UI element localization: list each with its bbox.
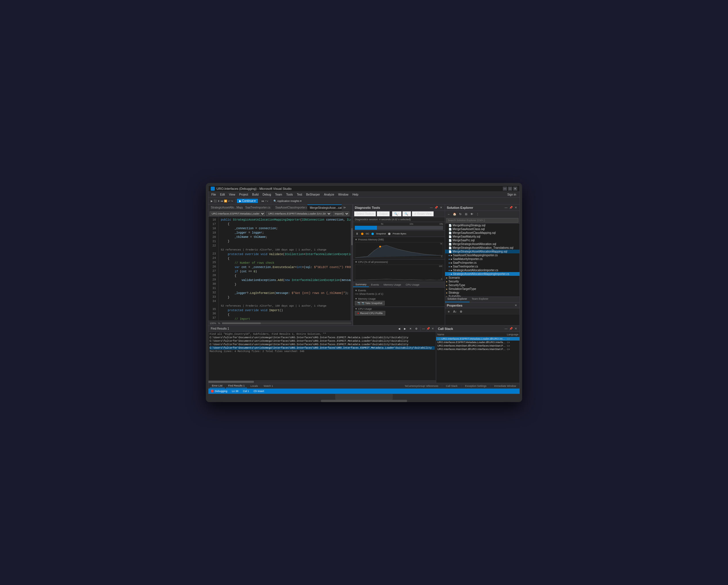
output-button[interactable]: Output [377, 211, 390, 216]
take-snapshot-button[interactable]: 📷 📷 Take Snapshot [355, 301, 385, 305]
fr-prev-button[interactable]: ◀ [396, 326, 402, 331]
se-item-merge-strategic[interactable]: 📄 MergeStrategicAssetAllocation.sql [445, 242, 520, 246]
maximize-button[interactable]: □ [508, 187, 512, 191]
props-alphabetical-button[interactable]: A↕ [452, 309, 458, 314]
cs-item-1[interactable]: URO.Interfaces.ESPRIT.Metadata.Loader.dl… [436, 340, 520, 344]
cs-item-2[interactable]: URO.Interfaces.MainStart.dll!URO.Interfa… [436, 344, 520, 348]
menu-file[interactable]: File [210, 193, 218, 197]
se-item-suitability[interactable]: ▸ Suitability [445, 295, 520, 297]
fr-next-button[interactable]: ▶ [402, 326, 408, 331]
se-show-all-button[interactable]: 👁 [469, 211, 474, 217]
diag-tab-memory[interactable]: Memory Usage [381, 283, 404, 287]
se-home-button[interactable]: 🏠 [452, 211, 457, 217]
btab-locals[interactable]: Locals [248, 384, 260, 388]
fr-result-3-highlighted[interactable]: C:\Users\faltorfer\Documents\unriskomega… [210, 346, 435, 350]
horizontal-scroll[interactable] [222, 323, 352, 324]
se-item-merge-translations[interactable]: 📄 MergeStrategicAssetAllocation_Translat… [445, 246, 520, 250]
show-events-item[interactable]: ⟹ Show Events (1 of 1) [355, 292, 443, 296]
record-cpu-button[interactable]: ● Record CPU Profile [355, 311, 385, 315]
cs-item-0[interactable]: ⟹ URO.Interfaces.ESPRIT.Metadata.Loader.… [436, 337, 520, 340]
se-item-merge-missing[interactable]: 📄 MergeMissingStrategy.sql [445, 224, 520, 227]
diag-tab-cpu[interactable]: CPU Usage [404, 283, 422, 287]
fr-result-1[interactable]: C:\Users\faltorfer\Documents\unriskomega… [210, 339, 435, 343]
se-item-merge-saa-asset[interactable]: 📄 MergeSaaAssetClass.sql [445, 227, 520, 231]
se-item-scenario[interactable]: ▸ Scenario [445, 276, 520, 280]
btab-error-list[interactable]: Error List [210, 384, 225, 388]
se-back-button[interactable]: ← [446, 211, 451, 217]
se-item-simulation-target[interactable]: ▸ SimulationTargetType [445, 287, 520, 291]
cs-collapse-button[interactable]: — [504, 327, 508, 331]
menu-tools[interactable]: Tools [284, 193, 294, 197]
diagnostic-close-button[interactable]: ✕ [439, 206, 443, 210]
find-results-scroll[interactable] [208, 381, 436, 383]
fr-settings-button[interactable]: ⚙ [414, 326, 419, 331]
code-content[interactable]: public StrategicAssetAllocationMappingIm… [218, 217, 351, 321]
reset-view-button[interactable]: ↺ Reset View [412, 211, 434, 216]
menu-analyze[interactable]: Analyze [322, 193, 336, 197]
diag-tab-events[interactable]: Events [369, 283, 382, 287]
se-nav-tab-solution[interactable]: Solution Explorer [445, 297, 470, 302]
zoom-out-button[interactable]: 🔍- [402, 211, 411, 216]
btab-currency-refs[interactable]: 'IsCurrencyGroup' references [402, 384, 440, 388]
se-item-merge-saa-prc[interactable]: 📄 MergeSaaPrc.sql [445, 238, 520, 242]
props-close-button[interactable]: ✕ [514, 303, 518, 307]
btab-exception-settings[interactable]: Exception Settings [463, 384, 489, 388]
diagnostic-pin-button[interactable]: 📌 [434, 206, 438, 210]
btab-immediate-window[interactable]: Immediate Window [492, 384, 518, 388]
zoom-in-button[interactable]: 🔍+ [392, 211, 401, 216]
continue-button[interactable]: ▶ Continue ▾ [237, 199, 258, 203]
tab-saa-asset-class-importer[interactable]: SaaAssetClassImporter.cs [273, 204, 307, 211]
timeline-progress[interactable] [355, 226, 443, 230]
props-settings-button[interactable]: ⚙ [458, 309, 464, 314]
menu-build[interactable]: Build [251, 193, 260, 197]
minimize-button[interactable]: — [503, 187, 507, 191]
btab-watch[interactable]: Watch 1 [261, 384, 276, 388]
se-item-security-type[interactable]: ▸ SecurityType [445, 283, 520, 287]
menu-resharper[interactable]: BeSharper [305, 193, 322, 197]
cs-pin-button[interactable]: 📌 [509, 327, 513, 331]
se-pin-button[interactable]: 📌 [509, 206, 513, 210]
pause-button[interactable]: ⏸ [355, 231, 359, 236]
menu-debug[interactable]: Debug [261, 193, 272, 197]
fr-pin-button[interactable]: 📌 [426, 327, 430, 331]
se-item-strategy[interactable]: ▸ Strategy [445, 291, 520, 295]
se-collapse-all-button[interactable]: ⊟ [464, 211, 469, 217]
fr-clear-button[interactable]: ✕ [408, 326, 413, 331]
btab-find-results[interactable]: Find Results 1 [226, 384, 247, 388]
se-item-saa-prc-importer[interactable]: ♦ ▸ SaaPrcImporter.cs [445, 261, 520, 264]
se-item-merge-mapping-selected[interactable]: 📄 MergeStrategicAssetAllocationMapping.s… [445, 250, 520, 253]
code-scroll[interactable] [351, 217, 353, 321]
menu-project[interactable]: Project [237, 193, 250, 197]
se-collapse-button[interactable]: — [504, 206, 508, 210]
cs-item-3[interactable]: URO.Interfaces.MainStart.dll!URO.Interfa… [436, 348, 520, 351]
se-item-saa-tree-importer[interactable]: ♦ ▸ SaaTreeImporter.cs [445, 264, 520, 268]
se-item-saa-class-importer[interactable]: ♦ ▸ SaaAssetClassMappingImporter.cs [445, 253, 520, 257]
diagnostic-collapse-button[interactable]: — [429, 206, 433, 210]
se-item-strategic-importer[interactable]: ♦ ▸ StrategicAssetAllocationImporter.cs [445, 268, 520, 272]
se-search-input[interactable] [446, 218, 518, 223]
props-categories-button[interactable]: ≡ [446, 309, 451, 314]
fr-result-0[interactable]: C:\Users\faltorfer\Documents\unriskomega… [210, 336, 435, 339]
menu-window[interactable]: Window [336, 193, 350, 197]
fr-result-2[interactable]: C:\Users\faltorfer\Documents\unriskomega… [210, 343, 435, 346]
method-dropdown[interactable]: Import() [333, 211, 349, 216]
namespace-dropdown[interactable]: URO.Interfaces.ESPRIT.Metadata.Loader [210, 211, 265, 216]
diag-tab-summary[interactable]: Summary [353, 282, 369, 287]
se-item-merge-saa-mapping[interactable]: 📄 MergeSaaAssetClassMapping.sql [445, 231, 520, 235]
se-refresh-button[interactable]: ↻ [458, 211, 463, 217]
tab-saa-tree-importer[interactable]: SaaTreeImporter.cs [243, 204, 273, 211]
close-button[interactable]: ✕ [513, 187, 517, 191]
btab-call-stack[interactable]: Call Stack [444, 384, 460, 388]
se-nav-tab-team[interactable]: Team Explorer [470, 297, 491, 302]
se-item-strategic-mapping-importer[interactable]: ♦ ▸ StrategicAssetAllocationMappingImpor… [445, 272, 520, 276]
tab-strategic-mapping-importer[interactable]: StrategicAssetAllo...MappingImporter.cs [208, 204, 243, 211]
se-item-security[interactable]: ▸ Security [445, 280, 520, 283]
fr-collapse-button[interactable]: — [421, 327, 425, 331]
se-close-button[interactable]: ✕ [514, 206, 518, 210]
menu-edit[interactable]: Edit [218, 193, 227, 197]
menu-help[interactable]: Help [351, 193, 360, 197]
menu-view[interactable]: View [227, 193, 237, 197]
tab-merge-strategic[interactable]: MergeStrategicAsse...cationMapping.sql [307, 204, 342, 211]
se-item-merge-saa-maturity[interactable]: 📄 MergeSaaMaturity.sql [445, 235, 520, 238]
class-dropdown[interactable]: URO.Interfaces.ESPRIT.Metadata.Loader.SA… [266, 211, 332, 216]
